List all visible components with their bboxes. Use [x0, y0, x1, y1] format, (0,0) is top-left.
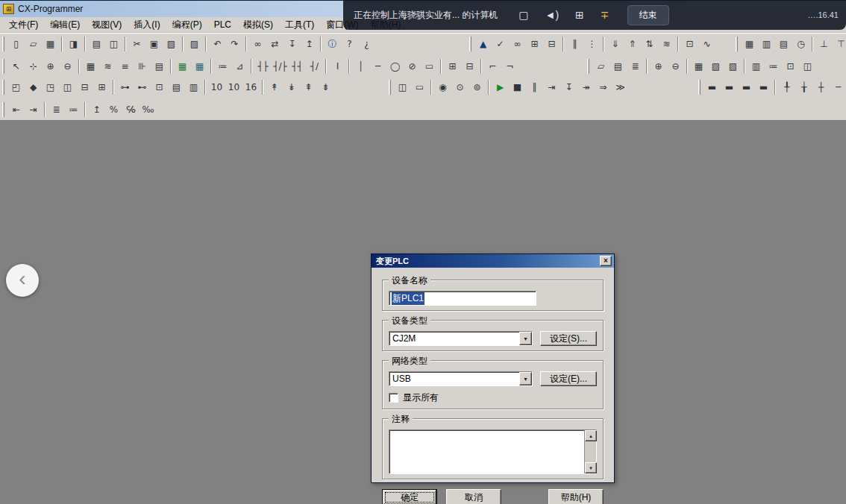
jump-next-button[interactable]: ⇟	[317, 79, 334, 95]
address-view-2-button[interactable]: ▧	[707, 58, 724, 75]
memory-2-button[interactable]: ▬	[721, 79, 738, 95]
info-button[interactable]: ⓘ	[324, 36, 341, 52]
differential-both-button[interactable]: ┼	[812, 79, 830, 95]
new-horizontal-button[interactable]: ─	[369, 58, 386, 75]
edit-program-button[interactable]: ▱	[592, 58, 610, 75]
jump-previous-button[interactable]: ⇞	[300, 79, 317, 95]
hex-button[interactable]: 16	[242, 79, 260, 95]
search-online-button[interactable]: ∞	[509, 36, 526, 52]
network-type-dropdown-icon[interactable]: ▼	[519, 372, 532, 385]
block-end-button[interactable]: ¬	[501, 58, 518, 75]
monitor-data-button[interactable]: ⊡	[681, 36, 698, 52]
step-run-button[interactable]: ⇥	[543, 79, 560, 95]
address-list-button[interactable]: ≔	[65, 101, 82, 118]
new-coil-button[interactable]: ◯	[386, 58, 404, 75]
compile-button[interactable]: ▲	[474, 36, 492, 52]
menu-edit[interactable]: 编辑(E)	[44, 17, 86, 33]
cascade-button[interactable]: ◳	[42, 79, 59, 95]
block-start-button[interactable]: ⌐	[484, 58, 501, 75]
pointer-button[interactable]: ↖	[7, 58, 25, 75]
new-contact-button[interactable]: ┤├	[254, 58, 272, 75]
device-name-input[interactable]: 新PLC1	[389, 291, 536, 306]
context-help-button[interactable]: ¿	[358, 36, 375, 52]
cut-button[interactable]: ✂	[128, 36, 145, 52]
find-next-button[interactable]: ↧	[283, 36, 301, 52]
windows-grid-icon[interactable]: ⊞	[575, 9, 584, 21]
pause-monitor-button[interactable]: ‖	[566, 36, 583, 52]
menu-program[interactable]: 编程(P)	[166, 17, 208, 33]
new-closed-contact-button[interactable]: ┤/├	[272, 58, 289, 75]
new-closed-coil-button[interactable]: ⊘	[404, 58, 421, 75]
show-rungs-button[interactable]: ⊪	[134, 58, 151, 75]
help-button[interactable]: 帮助(H)	[548, 489, 604, 504]
save-file-button[interactable]: ▦	[42, 36, 59, 52]
run-to-button[interactable]: ⇒	[595, 79, 612, 95]
network-type-combo[interactable]: USB ▼	[389, 371, 533, 386]
force-reset-button[interactable]: ⊖	[667, 58, 684, 75]
watch-window-button[interactable]: ⊞	[526, 36, 543, 52]
window-new-button[interactable]: ◰	[7, 79, 25, 95]
download-to-plc-button[interactable]: ⇓	[607, 36, 624, 52]
zoom-50-button[interactable]: %	[105, 101, 122, 118]
toolbar-grip[interactable]	[698, 80, 701, 95]
function-block-button[interactable]: ⊞	[444, 58, 461, 75]
show-wires-button[interactable]: ≋	[99, 58, 116, 75]
force-on-button[interactable]: ⊥	[815, 36, 833, 52]
replace-button[interactable]: ⇄	[266, 36, 283, 52]
decimal-button[interactable]: 10	[225, 79, 242, 95]
show-comments-button[interactable]: ≡	[116, 58, 134, 75]
plc-clock-button[interactable]: ◷	[792, 36, 809, 52]
link-button[interactable]: ⊶	[116, 79, 134, 95]
device-type-settings-button[interactable]: 设定(S)...	[540, 331, 597, 346]
step-in-button[interactable]: ↧	[560, 79, 577, 95]
tile-horizontal-button[interactable]: ◫	[59, 79, 76, 95]
differential-none-button[interactable]: ─	[830, 79, 846, 95]
watch-sheet-button[interactable]: ◫	[394, 79, 411, 95]
output-view-button[interactable]: ▤	[168, 79, 185, 95]
paste-object-button[interactable]: ▨	[186, 36, 203, 52]
close-icon[interactable]: ×	[600, 256, 612, 266]
section-list-button[interactable]: ▤	[610, 58, 627, 75]
help-button[interactable]: ?	[341, 36, 358, 52]
comment-scrollbar[interactable]: ▲ ▼	[584, 430, 596, 473]
value-up-button[interactable]: ↥	[88, 101, 105, 118]
device-type-combo[interactable]: CJ2M ▼	[389, 331, 533, 346]
freeze-button[interactable]: ⋮	[583, 36, 601, 52]
zoom-100-button[interactable]: ℅	[122, 101, 140, 118]
menu-file[interactable]: 文件(F)	[3, 17, 44, 33]
open-file-button[interactable]: ▱	[25, 36, 42, 52]
address-view-3-button[interactable]: ▨	[724, 58, 742, 75]
new-or-contact-button[interactable]: ┤┤	[289, 58, 306, 75]
indent-button[interactable]: ⇥	[25, 101, 42, 118]
mnemonic-view-button[interactable]: ≔	[214, 58, 231, 75]
simulator-button[interactable]: ⊚	[469, 79, 486, 95]
project-view-button[interactable]: ⊡	[151, 79, 168, 95]
network-icon[interactable]: ∓	[601, 9, 610, 21]
toolbar-grip[interactable]	[389, 80, 391, 95]
sim-pause-button[interactable]: ‖	[526, 79, 543, 95]
ladder-view-button[interactable]: ⊿	[231, 58, 248, 75]
force-set-button[interactable]: ⊕	[650, 58, 667, 75]
print-button[interactable]: ▤	[88, 36, 105, 52]
address-view-1-button[interactable]: ▦	[690, 58, 707, 75]
online-edit-button[interactable]: ✓	[492, 36, 509, 52]
zoom-custom-button[interactable]: ‰	[140, 101, 157, 118]
outdent-button[interactable]: ⇤	[7, 101, 25, 118]
sim-stop-button[interactable]: ■	[509, 79, 526, 95]
fullscreen-icon[interactable]: ▢	[518, 9, 528, 21]
zoom-in-button[interactable]: ⊕	[42, 58, 59, 75]
force-off-button[interactable]: ⊤	[833, 36, 846, 52]
go-next-button[interactable]: ↡	[283, 79, 300, 95]
new-or-closed-contact-button[interactable]: ┤∕	[306, 58, 323, 75]
view-style-button[interactable]: ▤	[151, 58, 168, 75]
copy-button[interactable]: ▣	[145, 36, 163, 52]
end-session-button[interactable]: 结束	[627, 5, 669, 25]
differential-up-button[interactable]: ╀	[778, 79, 795, 95]
find-button[interactable]: ∞	[249, 36, 266, 52]
new-instruction-button[interactable]: ▭	[421, 58, 438, 75]
snippet-button[interactable]: ⊹	[25, 58, 42, 75]
symbol-table-button[interactable]: ▦	[174, 58, 191, 75]
new-file-button[interactable]: ▯	[7, 36, 25, 52]
comment-textarea[interactable]: ▲ ▼	[389, 429, 597, 474]
text-cursor-button[interactable]: I	[329, 58, 346, 75]
